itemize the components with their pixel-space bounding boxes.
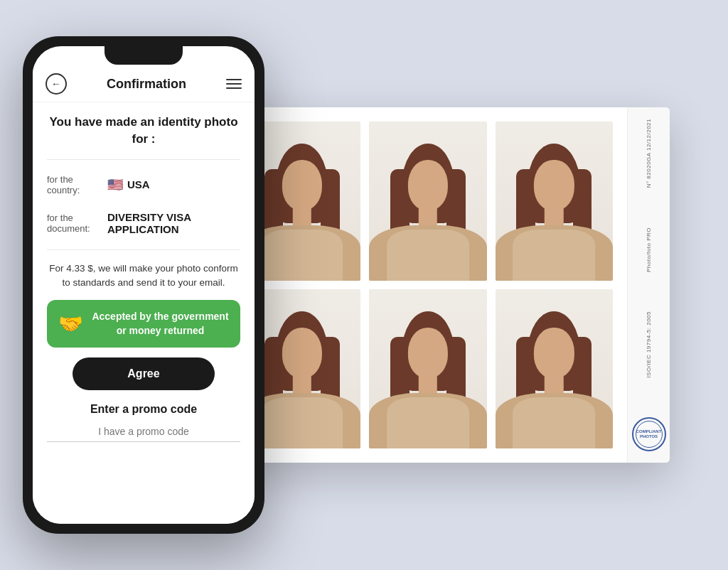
photo-sheet: N° 82020GA 12/12/2021 Photo/foto PRO ISO… bbox=[229, 107, 670, 463]
phone-header: ← Confirmation bbox=[33, 65, 255, 102]
standard-text: ISO/IEC 19794-5: 2005 bbox=[646, 311, 652, 378]
promo-title: Enter a promo code bbox=[90, 403, 197, 416]
document-label: for the document: bbox=[47, 213, 100, 234]
menu-line-3 bbox=[226, 87, 242, 89]
phone-device: ← Confirmation You have made an identity… bbox=[23, 36, 264, 534]
agree-button[interactable]: Agree bbox=[73, 357, 215, 390]
price-text: For 4.33 $, we will make your photo conf… bbox=[47, 262, 240, 291]
passport-photo-2 bbox=[369, 122, 486, 281]
passport-photo-6 bbox=[496, 289, 613, 448]
sidebar-info-top: N° 82020GA 12/12/2021 bbox=[645, 119, 653, 188]
divider-2 bbox=[47, 249, 240, 250]
passport-photo-5 bbox=[369, 289, 486, 448]
serial-number: N° 82020GA 12/12/2021 bbox=[646, 119, 652, 188]
guarantee-icon: 🤝 bbox=[58, 312, 83, 335]
country-row: for the country: 🇺🇸 USA bbox=[47, 171, 240, 198]
document-value: DIVERSITY VISA APPLICATION bbox=[107, 211, 240, 235]
phone-notch bbox=[105, 46, 183, 65]
phone-screen: ← Confirmation You have made an identity… bbox=[33, 65, 255, 524]
divider-1 bbox=[47, 159, 240, 160]
document-row: for the document: DIVERSITY VISA APPLICA… bbox=[47, 208, 240, 238]
menu-line-1 bbox=[226, 79, 242, 80]
phone-screen-container: ← Confirmation You have made an identity… bbox=[33, 46, 255, 524]
country-label: for the country: bbox=[47, 174, 100, 195]
country-flag: 🇺🇸 bbox=[107, 177, 123, 193]
intro-text: You have made an identity photo for : bbox=[47, 114, 240, 148]
sidebar-standard: ISO/IEC 19794-5: 2005 bbox=[645, 311, 653, 378]
country-name: USA bbox=[127, 178, 150, 190]
guarantee-banner[interactable]: 🤝 Accepted by the government or money re… bbox=[47, 300, 240, 348]
scene: ← Confirmation You have made an identity… bbox=[23, 29, 705, 541]
passport-photo-3 bbox=[496, 122, 613, 281]
menu-button[interactable] bbox=[226, 79, 242, 89]
guarantee-text: Accepted by the government or money retu… bbox=[92, 310, 229, 338]
country-value: 🇺🇸 USA bbox=[107, 177, 150, 193]
phone-content: You have made an identity photo for : fo… bbox=[33, 102, 255, 524]
page-title: Confirmation bbox=[107, 77, 186, 92]
menu-line-2 bbox=[226, 83, 242, 85]
sidebar-brand: Photo/foto PRO bbox=[645, 227, 653, 272]
back-button[interactable]: ← bbox=[46, 73, 67, 95]
stamp-text: COMPLIANTPHOTOS bbox=[636, 429, 662, 439]
promo-section: Enter a promo code bbox=[47, 400, 240, 442]
promo-input[interactable] bbox=[47, 421, 240, 442]
stamp-inner: COMPLIANTPHOTOS bbox=[636, 421, 663, 448]
photo-sidebar: N° 82020GA 12/12/2021 Photo/foto PRO ISO… bbox=[627, 107, 670, 463]
compliance-stamp: COMPLIANTPHOTOS bbox=[632, 417, 666, 451]
photo-grid bbox=[229, 107, 627, 463]
brand-name: Photo/foto PRO bbox=[646, 227, 652, 272]
